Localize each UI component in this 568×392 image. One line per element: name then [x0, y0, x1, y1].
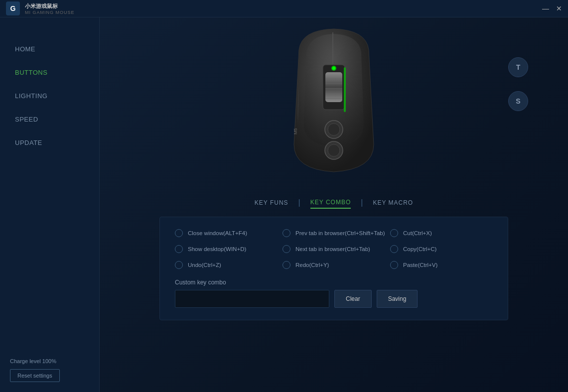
option-next-tab-label: Next tab in browser(Ctrl+Tab) — [295, 246, 370, 252]
option-undo-label: Undo(Ctrl+Z) — [188, 262, 221, 268]
minimize-button[interactable]: — — [542, 5, 549, 12]
main-content: M5 T S KEY FUNS | KEY COMBO | KEY MACRO … — [100, 17, 568, 392]
svg-rect-4 — [325, 72, 342, 102]
custom-combo-row: Custom key combo Clear Saving — [175, 279, 493, 308]
sidebar-nav: HOME BUTTONS LIGHTING SPEED UPDATE — [0, 37, 99, 154]
option-cut-label: Cut(Ctrl+X) — [403, 230, 432, 236]
svg-text:M5: M5 — [293, 128, 298, 134]
option-paste[interactable]: Paste(Ctrl+V) — [390, 261, 493, 269]
radio-paste[interactable] — [390, 261, 398, 269]
option-undo[interactable]: Undo(Ctrl+Z) — [175, 261, 278, 269]
radio-show-desktop[interactable] — [175, 245, 183, 253]
option-close-window-label: Close window(ALT+F4) — [188, 230, 247, 236]
title-bar-controls: — ✕ — [542, 5, 562, 12]
title-bar-left: G 小米游戏鼠标 MI GAMING MOUSE — [6, 1, 75, 15]
app-logo: G — [6, 1, 20, 15]
app-title-main: 小米游戏鼠标 — [25, 2, 75, 10]
tab-key-macro[interactable]: KEY MACRO — [373, 197, 413, 208]
sidebar-item-speed[interactable]: SPEED — [0, 108, 99, 131]
radio-close-window[interactable] — [175, 229, 183, 237]
radio-cut[interactable] — [390, 229, 398, 237]
radio-undo[interactable] — [175, 261, 183, 269]
svg-point-12 — [328, 124, 340, 135]
reset-settings-button[interactable]: Reset settings — [10, 369, 60, 382]
radio-copy[interactable] — [390, 245, 398, 253]
sidebar: HOME BUTTONS LIGHTING SPEED UPDATE Charg… — [0, 17, 100, 392]
custom-input-row: Clear Saving — [175, 290, 493, 308]
title-bar: G 小米游戏鼠标 MI GAMING MOUSE — ✕ — [0, 0, 568, 17]
option-show-desktop[interactable]: Show desktop(WIN+D) — [175, 245, 278, 253]
options-panel: Close window(ALT+F4) Prev tab in browser… — [159, 217, 508, 320]
tab-key-funs[interactable]: KEY FUNS — [255, 197, 288, 208]
sidebar-item-buttons[interactable]: BUTTONS — [0, 61, 99, 84]
app-title-sub: MI GAMING MOUSE — [25, 10, 75, 15]
sidebar-bottom: Charge level 100% Reset settings — [0, 358, 99, 382]
option-next-tab[interactable]: Next tab in browser(Ctrl+Tab) — [283, 245, 385, 253]
svg-point-3 — [332, 67, 335, 70]
sidebar-item-home[interactable]: HOME — [0, 37, 99, 61]
option-close-window[interactable]: Close window(ALT+F4) — [175, 229, 278, 237]
tab-sep-1: | — [298, 198, 300, 207]
radio-redo[interactable] — [283, 261, 290, 269]
tab-sep-2: | — [361, 198, 363, 207]
sidebar-item-update[interactable]: UPDATE — [0, 131, 99, 154]
option-paste-label: Paste(Ctrl+V) — [403, 262, 437, 268]
option-copy[interactable]: Copy(Ctrl+C) — [390, 245, 493, 253]
option-redo-label: Redo(Ctrl+Y) — [295, 262, 329, 268]
side-button-t[interactable]: T — [508, 57, 528, 77]
custom-combo-input[interactable] — [175, 290, 329, 308]
option-prev-tab-label: Prev tab in browser(Ctrl+Shift+Tab) — [295, 230, 385, 236]
option-redo[interactable]: Redo(Ctrl+Y) — [283, 261, 385, 269]
charge-level: Charge level 100% — [10, 358, 89, 364]
option-cut[interactable]: Cut(Ctrl+X) — [390, 229, 493, 237]
clear-button[interactable]: Clear — [334, 290, 372, 308]
mouse-image: M5 — [269, 25, 399, 189]
mouse-image-container: M5 T S — [100, 17, 568, 197]
side-button-s[interactable]: S — [508, 91, 528, 111]
sidebar-item-lighting[interactable]: LIGHTING — [0, 84, 99, 108]
tab-bar: KEY FUNS | KEY COMBO | KEY MACRO — [255, 197, 413, 209]
svg-rect-10 — [344, 67, 346, 112]
radio-next-tab[interactable] — [283, 245, 290, 253]
saving-button[interactable]: Saving — [377, 290, 418, 308]
radio-prev-tab[interactable] — [283, 229, 290, 237]
option-copy-label: Copy(Ctrl+C) — [403, 246, 436, 252]
tab-key-combo[interactable]: KEY COMBO — [310, 197, 351, 209]
options-grid: Close window(ALT+F4) Prev tab in browser… — [175, 229, 493, 269]
option-prev-tab[interactable]: Prev tab in browser(Ctrl+Shift+Tab) — [283, 229, 385, 237]
svg-point-14 — [328, 144, 340, 156]
title-text-group: 小米游戏鼠标 MI GAMING MOUSE — [25, 2, 75, 15]
custom-combo-label: Custom key combo — [175, 279, 493, 286]
close-button[interactable]: ✕ — [556, 5, 562, 12]
option-show-desktop-label: Show desktop(WIN+D) — [188, 246, 246, 252]
